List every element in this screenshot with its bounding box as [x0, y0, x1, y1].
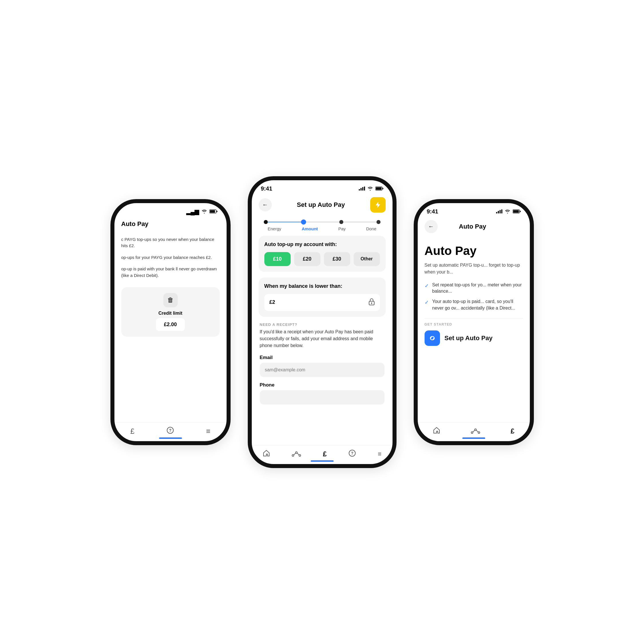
step-line-3	[343, 222, 377, 222]
back-button[interactable]: ←	[259, 198, 272, 211]
svg-point-16	[296, 452, 297, 453]
svg-rect-1	[210, 210, 215, 213]
nav-home[interactable]	[263, 449, 270, 459]
svg-line-18	[294, 453, 296, 455]
svg-rect-23	[498, 211, 499, 213]
svg-rect-22	[496, 212, 497, 213]
stepper-dots	[260, 219, 385, 225]
top-nav-left: Auto Pay	[114, 217, 227, 232]
check-item-2: ✓ Your auto top-up is paid... card, so y…	[425, 298, 523, 311]
checkmark-2: ✓	[425, 299, 429, 306]
svg-point-13	[371, 302, 372, 304]
action-button-yellow[interactable]	[370, 197, 386, 213]
credit-amount: £2.00	[156, 318, 185, 331]
balance-card-title: When my balance is lower than:	[264, 283, 380, 289]
bottom-nav-right: £	[418, 422, 530, 441]
nav-payments-right[interactable]: £	[511, 427, 514, 435]
top-nav-right: ← Auto Pay	[418, 217, 530, 237]
receipt-section: NEED A RECEIPT? If you'd like a receipt …	[259, 322, 386, 410]
svg-line-19	[297, 453, 299, 455]
right-content: Auto Pay Set up automatic PAYG top-u... …	[418, 237, 530, 422]
left-desc3: op-up is paid with your bank ll never go…	[121, 266, 220, 279]
nav-help[interactable]: ?	[348, 449, 356, 459]
top-nav-center: ← Set up Auto Pay	[252, 194, 393, 217]
svg-rect-8	[364, 187, 365, 191]
amount-20-button[interactable]: £20	[294, 252, 320, 266]
left-desc1: c PAYG top-ups so you never when your ba…	[121, 236, 220, 249]
signal-icon: ▂▄▆	[186, 208, 199, 215]
checkmark-1: ✓	[425, 282, 429, 290]
step-label-energy: Energy	[268, 226, 282, 231]
trash-button[interactable]: 🗑	[163, 293, 178, 307]
step-line-1	[268, 222, 301, 222]
back-button-right[interactable]: ←	[425, 220, 438, 233]
status-time-center: 9:41	[261, 185, 272, 192]
step-label-done: Done	[366, 226, 377, 231]
battery-icon-center	[375, 185, 383, 192]
nav-icon-help-left[interactable]: ?	[167, 427, 174, 436]
autopay-desc: Set up automatic PAYG top-u... forget to…	[425, 262, 523, 276]
nav-title: Set up Auto Pay	[297, 201, 345, 209]
phone-label: Phone	[260, 382, 385, 388]
nav-payments[interactable]: £	[323, 450, 326, 458]
battery-icon-right	[513, 208, 521, 215]
email-input[interactable]	[260, 363, 385, 377]
status-icons-left: ▂▄▆	[186, 208, 217, 215]
svg-point-30	[475, 429, 476, 431]
bottom-nav-left: £ ? ≡	[114, 422, 227, 441]
svg-rect-6	[360, 188, 362, 191]
step-label-amount: Amount	[302, 226, 318, 231]
svg-point-31	[478, 432, 480, 433]
setup-autopay-button[interactable]: Set up Auto Pay	[425, 330, 493, 346]
nav-menu[interactable]: ≡	[378, 450, 381, 458]
checklist: ✓ Set repeat top-ups for yo... meter whe…	[425, 282, 523, 312]
step-label-pay: Pay	[338, 226, 346, 231]
amount-10-button[interactable]: £10	[264, 252, 291, 266]
nav-icon-payments-left[interactable]: £	[130, 427, 134, 436]
svg-line-33	[476, 430, 478, 432]
stepper-labels: Energy Amount Pay Done	[260, 225, 385, 231]
get-started-label: GET STARTED	[425, 322, 523, 326]
nav-icon-menu-left[interactable]: ≡	[206, 427, 210, 436]
status-bar-left: ▂▄▆	[114, 203, 227, 217]
nav-home-right[interactable]	[433, 427, 440, 436]
svg-point-15	[292, 455, 294, 456]
step-line-2	[306, 222, 339, 222]
signal-icon-right	[496, 208, 502, 215]
nav-usage[interactable]	[292, 450, 301, 459]
amount-other-button[interactable]: Other	[354, 252, 380, 266]
credit-section: 🗑 Credit limit £2.00	[121, 287, 220, 337]
svg-line-32	[473, 430, 475, 432]
stepper-container: Energy Amount Pay Done	[252, 217, 393, 231]
step-dot-done	[377, 220, 381, 224]
check-item-1: ✓ Set repeat top-ups for yo... meter whe…	[425, 282, 523, 295]
left-page-content: c PAYG top-ups so you never when your ba…	[114, 232, 227, 422]
balance-card: When my balance is lower than: £2	[259, 278, 386, 317]
svg-point-29	[471, 432, 473, 433]
balance-row: £2	[264, 294, 380, 311]
svg-rect-28	[520, 211, 521, 212]
svg-text:?: ?	[169, 428, 172, 433]
receipt-heading: NEED A RECEIPT?	[260, 322, 385, 327]
amount-30-button[interactable]: £30	[324, 252, 350, 266]
status-bar-right: 9:41	[418, 203, 530, 217]
nav-title-right: Auto Pay	[459, 223, 486, 230]
svg-rect-24	[500, 210, 501, 213]
svg-rect-27	[513, 210, 519, 213]
wifi-icon-right	[505, 208, 510, 215]
phone-center: 9:41 ← Set up Auto Pay	[248, 176, 397, 468]
svg-point-17	[299, 455, 301, 456]
nav-usage-right[interactable]	[471, 427, 480, 436]
status-time-right: 9:41	[427, 208, 438, 215]
credit-limit-label: Credit limit	[158, 311, 183, 316]
email-label: Email	[260, 355, 385, 360]
battery-icon	[209, 208, 217, 215]
svg-rect-5	[359, 189, 360, 191]
wifi-icon	[201, 208, 207, 215]
lock-icon	[368, 298, 375, 307]
phone-input[interactable]	[260, 390, 385, 405]
topup-card-title: Auto top-up my account with:	[264, 241, 380, 247]
check-text-2: Your auto top-up is paid... card, so you…	[432, 298, 523, 311]
divider	[425, 318, 523, 318]
svg-rect-2	[217, 211, 217, 212]
